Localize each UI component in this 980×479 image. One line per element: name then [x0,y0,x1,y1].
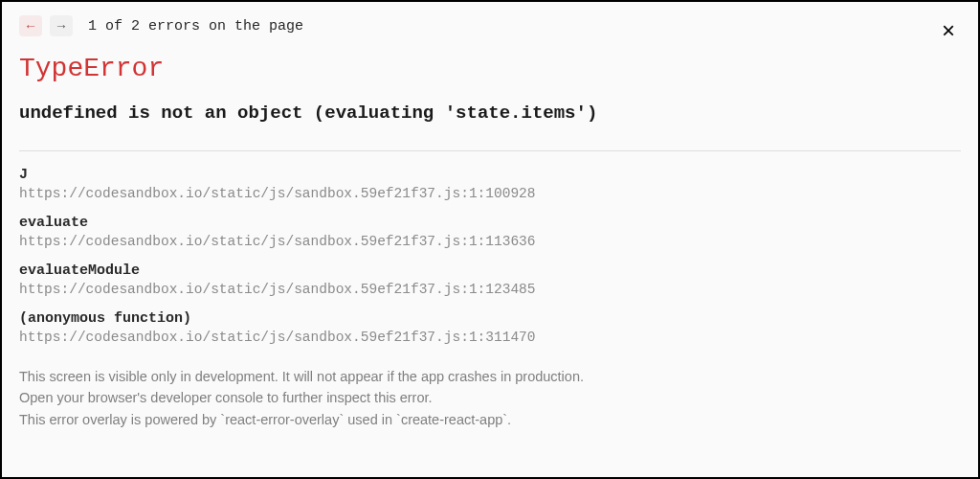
frame-location: https://codesandbox.io/static/js/sandbox… [19,330,961,345]
error-counter: 1 of 2 errors on the page [88,18,303,34]
footer-line: Open your browser's developer console to… [19,387,961,408]
footer-line: This error overlay is powered by `react-… [19,409,961,430]
error-message: undefined is not an object (evaluating '… [19,103,961,124]
stack-trace: J https://codesandbox.io/static/js/sandb… [19,167,961,345]
arrow-right-icon: → [55,18,68,34]
section-divider [19,150,961,151]
frame-location: https://codesandbox.io/static/js/sandbox… [19,234,961,249]
overlay-footer: This screen is visible only in developme… [19,366,961,430]
close-icon: × [942,17,955,43]
frame-location: https://codesandbox.io/static/js/sandbox… [19,186,961,201]
arrow-left-icon: ← [24,18,37,34]
close-button[interactable]: × [942,19,955,42]
prev-error-button[interactable]: ← [19,15,42,36]
stack-frame: evaluateModule https://codesandbox.io/st… [19,262,961,297]
stack-frame: J https://codesandbox.io/static/js/sandb… [19,167,961,201]
error-overlay: ← → 1 of 2 errors on the page × TypeErro… [2,2,978,477]
footer-line: This screen is visible only in developme… [19,366,961,387]
frame-location: https://codesandbox.io/static/js/sandbox… [19,282,961,297]
frame-function-name: evaluateModule [19,262,961,279]
frame-function-name: J [19,167,961,183]
error-nav-bar: ← → 1 of 2 errors on the page [19,15,961,36]
frame-function-name: (anonymous function) [19,310,961,327]
error-type: TypeError [19,54,961,83]
stack-frame: evaluate https://codesandbox.io/static/j… [19,215,961,249]
stack-frame: (anonymous function) https://codesandbox… [19,310,961,345]
next-error-button[interactable]: → [50,15,73,36]
frame-function-name: evaluate [19,215,961,231]
